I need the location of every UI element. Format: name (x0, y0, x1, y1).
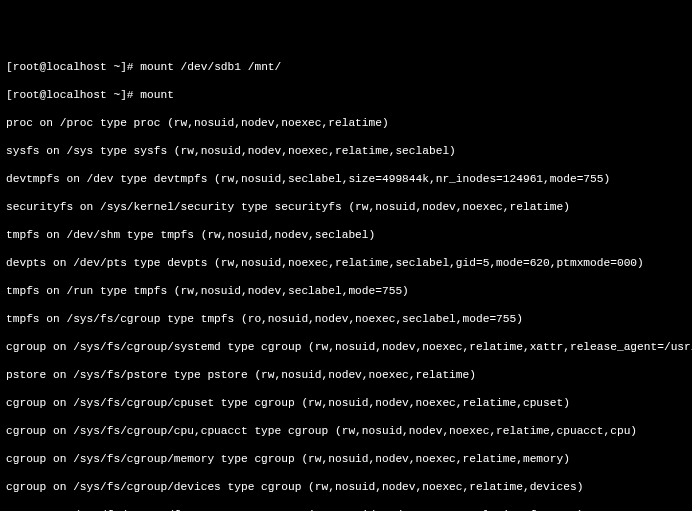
mount-output: cgroup on /sys/fs/cgroup/systemd type cg… (6, 340, 692, 354)
shell-prompt: [root@localhost ~]# (6, 61, 140, 73)
mount-output: cgroup on /sys/fs/cgroup/cpuset type cgr… (6, 396, 692, 410)
mount-output: cgroup on /sys/fs/cgroup/cpu,cpuacct typ… (6, 424, 692, 438)
mount-output: tmpfs on /sys/fs/cgroup type tmpfs (ro,n… (6, 312, 692, 326)
prompt-line-2: [root@localhost ~]# mount (6, 88, 692, 102)
mount-output: tmpfs on /dev/shm type tmpfs (rw,nosuid,… (6, 228, 692, 242)
shell-prompt: [root@localhost ~]# (6, 89, 140, 101)
mount-output: pstore on /sys/fs/pstore type pstore (rw… (6, 368, 692, 382)
command-text: mount /dev/sdb1 /mnt/ (140, 61, 281, 73)
mount-output: sysfs on /sys type sysfs (rw,nosuid,node… (6, 144, 692, 158)
mount-output: cgroup on /sys/fs/cgroup/devices type cg… (6, 480, 692, 494)
mount-output: devpts on /dev/pts type devpts (rw,nosui… (6, 256, 692, 270)
mount-output: cgroup on /sys/fs/cgroup/memory type cgr… (6, 452, 692, 466)
command-text: mount (140, 89, 174, 101)
mount-output: devtmpfs on /dev type devtmpfs (rw,nosui… (6, 172, 692, 186)
mount-output: proc on /proc type proc (rw,nosuid,nodev… (6, 116, 692, 130)
mount-output: securityfs on /sys/kernel/security type … (6, 200, 692, 214)
prompt-line-1: [root@localhost ~]# mount /dev/sdb1 /mnt… (6, 60, 692, 74)
mount-output: tmpfs on /run type tmpfs (rw,nosuid,node… (6, 284, 692, 298)
